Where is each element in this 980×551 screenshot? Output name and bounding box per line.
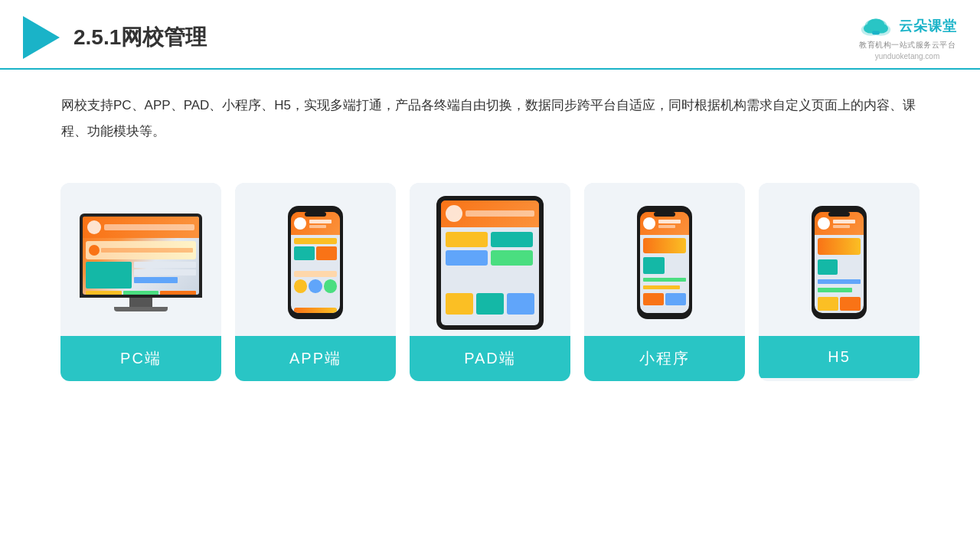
app-phone-mockup (288, 206, 343, 319)
tablet-block-4 (491, 250, 533, 266)
phone-screen (291, 212, 340, 313)
tablet-body (436, 196, 544, 330)
card-h5-image (759, 183, 920, 336)
card-pc: PC端 (60, 183, 221, 381)
page-title: 2.5.1网校管理 (74, 23, 207, 52)
pc-screen-inner (83, 217, 199, 295)
description-text: 网校支持PC、APP、PAD、小程序、H5，实现多端打通，产品各终端自由切换，数… (0, 70, 980, 160)
card-pad-label: PAD端 (410, 336, 570, 381)
tablet-mockup (436, 196, 544, 330)
brand-url: yunduoketang.com (875, 52, 940, 60)
pc-stand (129, 298, 152, 307)
card-miniprogram: 小程序 (584, 183, 745, 381)
card-pad: PAD端 (410, 183, 570, 381)
play-icon (23, 16, 60, 59)
tablet-block-1 (446, 232, 488, 247)
svg-point-5 (867, 18, 884, 31)
card-h5: H5 (759, 183, 920, 381)
tablet-block-3 (446, 250, 488, 266)
mini-avatar-h5 (818, 217, 830, 230)
platform-cards: PC端 (0, 168, 980, 381)
h5-phone-screen (815, 212, 864, 313)
tablet-block-wide-1 (446, 269, 534, 278)
cloud-logo-icon (858, 14, 894, 38)
card-miniprogram-label: 小程序 (584, 336, 745, 381)
phone-body (288, 206, 343, 319)
h5-phone-body (812, 206, 867, 319)
card-app-image (235, 183, 396, 336)
h5-phone-notch (828, 212, 850, 217)
phone-notch (305, 212, 326, 217)
card-app: APP端 (235, 183, 396, 381)
card-h5-label: H5 (759, 336, 920, 378)
miniprogram-phone-notch (654, 212, 675, 217)
mini-avatar-mp (643, 217, 655, 230)
tablet-block-2 (491, 232, 533, 247)
svg-rect-6 (872, 31, 880, 34)
h5-phone-mockup (812, 206, 867, 319)
phone-screen-body (291, 235, 340, 313)
card-pad-image (410, 183, 570, 336)
card-pc-label: PC端 (60, 336, 221, 381)
mini-avatar (294, 217, 306, 230)
brand-logo: 云朵课堂 (858, 14, 957, 38)
miniprogram-screen-body (640, 235, 689, 313)
card-pc-image (60, 183, 221, 336)
tablet-screen-top (441, 201, 539, 227)
miniprogram-phone-mockup (637, 206, 692, 319)
pc-screen-outer (80, 214, 202, 298)
brand-tagline: 教育机构一站式服务云平台 (859, 40, 956, 51)
brand-name: 云朵课堂 (899, 17, 957, 35)
header: 2.5.1网校管理 云朵课堂 教育机构一站式服务云平台 yunduoketang… (0, 0, 980, 70)
card-miniprogram-image (584, 183, 745, 336)
miniprogram-phone-screen (640, 212, 689, 313)
header-left: 2.5.1网校管理 (23, 16, 207, 59)
tablet-screen-body (441, 227, 539, 319)
tablet-screen (441, 201, 539, 325)
h5-screen-body (815, 235, 864, 313)
miniprogram-phone-body (637, 206, 692, 319)
card-app-label: APP端 (235, 336, 396, 381)
pc-mockup (80, 214, 202, 311)
header-right: 云朵课堂 教育机构一站式服务云平台 yunduoketang.com (858, 14, 957, 60)
pc-base (114, 307, 168, 311)
tablet-block-wide-2 (446, 281, 534, 290)
